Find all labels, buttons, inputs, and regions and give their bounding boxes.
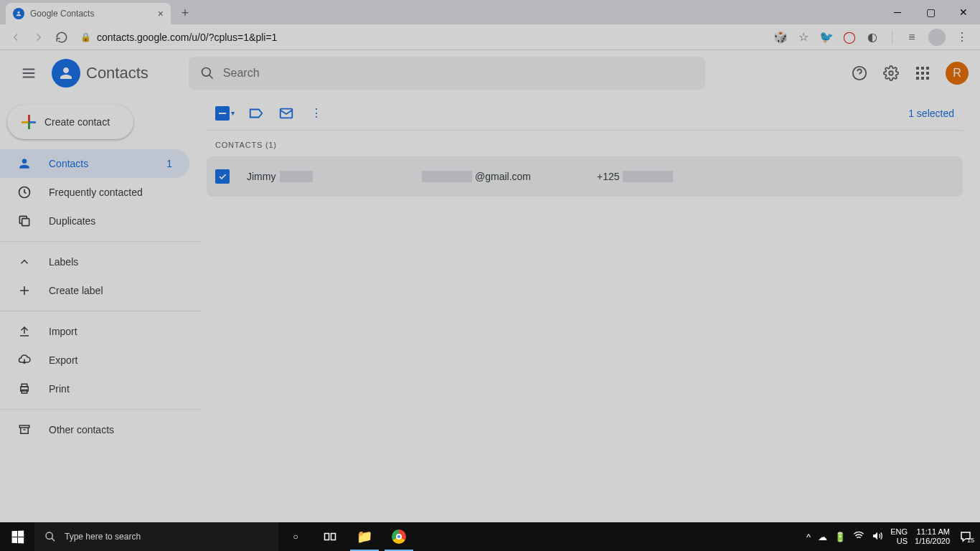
sidebar-create-label[interactable]: Create label <box>0 276 189 305</box>
sidebar-item-frequent[interactable]: Frequently contacted <box>0 178 189 207</box>
search-icon <box>200 66 215 80</box>
url-text: contacts.google.com/u/0/?cplus=1&pli=1 <box>97 32 277 43</box>
divider <box>0 241 201 242</box>
tab-title: Google Contacts <box>30 9 94 19</box>
tray-clock[interactable]: 11:11 AM1/16/2020 <box>915 527 950 546</box>
wifi-icon[interactable] <box>853 530 864 544</box>
account-avatar[interactable]: R <box>946 62 969 85</box>
cortana-button[interactable]: ○ <box>278 522 313 551</box>
file-explorer-app[interactable]: 📁 <box>347 522 382 551</box>
sidebar-item-contacts[interactable]: Contacts 1 <box>0 149 189 178</box>
new-tab-button[interactable]: + <box>175 3 195 23</box>
create-label-text: Create label <box>49 285 103 296</box>
app-body: Create contact Contacts 1 Frequently con… <box>0 96 980 522</box>
extension-icon[interactable]: ◐ <box>866 31 879 44</box>
onedrive-icon[interactable]: ☁ <box>818 532 827 542</box>
cloud-download-icon <box>17 353 32 367</box>
divider <box>892 31 892 44</box>
label-icon[interactable] <box>248 105 265 122</box>
chevron-down-icon: ▾ <box>231 109 235 117</box>
notifications-button[interactable]: 15 <box>957 528 974 545</box>
windows-logo-icon <box>11 530 24 543</box>
header-actions: R <box>851 62 969 85</box>
start-button[interactable] <box>0 522 34 551</box>
create-contact-button[interactable]: Create contact <box>7 105 133 139</box>
volume-icon[interactable] <box>872 530 883 544</box>
tray-chevron-icon[interactable]: ^ <box>806 532 811 542</box>
bookmark-star-icon[interactable]: ☆ <box>797 31 810 44</box>
tray-language[interactable]: ENGUS <box>890 527 908 546</box>
opera-icon[interactable]: ◯ <box>843 31 856 44</box>
selected-count: 1 selected <box>908 108 963 119</box>
email-icon[interactable] <box>278 105 295 122</box>
minimize-button[interactable]: ─ <box>881 0 914 24</box>
sidebar-other-contacts[interactable]: Other contacts <box>0 415 189 444</box>
svg-point-10 <box>46 532 52 539</box>
row-checkbox[interactable] <box>215 169 230 184</box>
contact-name: Jimmy <box>247 171 405 182</box>
browser-profile-avatar[interactable] <box>928 29 946 46</box>
close-button[interactable]: ✕ <box>947 0 980 24</box>
labels-text: Labels <box>49 256 78 268</box>
system-tray: ^ ☁ 🔋 ENGUS 11:11 AM1/16/2020 15 <box>806 522 980 551</box>
selection-toolbar: ▾ ⋮ 1 selected <box>207 96 963 131</box>
export-text: Export <box>49 354 77 366</box>
svg-rect-11 <box>325 534 329 540</box>
contact-row[interactable]: Jimmy @gmail.com +125 <box>207 156 963 197</box>
search-input[interactable] <box>223 67 694 80</box>
chevron-up-icon <box>17 255 32 269</box>
copy-icon <box>17 214 32 228</box>
sidebar-label: Duplicates <box>49 215 95 227</box>
sidebar: Create contact Contacts 1 Frequently con… <box>0 96 201 522</box>
sidebar-import[interactable]: Import <box>0 317 189 346</box>
settings-icon[interactable] <box>882 65 900 82</box>
svg-rect-4 <box>22 219 29 226</box>
more-icon[interactable]: ⋮ <box>308 105 325 122</box>
google-apps-icon[interactable] <box>914 65 931 82</box>
main-content: ▾ ⋮ 1 selected CONTACTS (1) Jimmy @gmail… <box>201 96 980 522</box>
contacts-section-header: CONTACTS (1) <box>207 131 963 156</box>
contact-phone: +125 <box>597 171 673 182</box>
chrome-app[interactable] <box>382 522 416 551</box>
app-logo[interactable]: Contacts <box>52 59 149 88</box>
indeterminate-checkbox-icon <box>215 106 230 121</box>
history-icon <box>17 185 32 199</box>
sidebar-labels-header[interactable]: Labels <box>0 248 189 276</box>
divider <box>0 311 201 311</box>
browser-address-bar: 🔒 contacts.google.com/u/0/?cplus=1&pli=1… <box>0 24 980 50</box>
extension-icon[interactable]: 🐦 <box>820 31 833 44</box>
maximize-button[interactable]: ▢ <box>914 0 947 24</box>
url-field[interactable]: 🔒 contacts.google.com/u/0/?cplus=1&pli=1 <box>75 32 771 43</box>
tab-close-icon[interactable]: × <box>158 8 164 19</box>
main-menu-button[interactable] <box>11 56 46 90</box>
taskbar-search[interactable]: Type here to search <box>34 522 278 551</box>
app-header: Contacts R <box>0 50 980 96</box>
search-box[interactable] <box>189 57 705 90</box>
app-title: Contacts <box>86 64 149 83</box>
select-all-dropdown[interactable]: ▾ <box>215 106 235 121</box>
forward-button[interactable] <box>29 27 49 47</box>
check-icon <box>217 171 227 182</box>
extension-icons: 🎲 ☆ 🐦 ◯ ◐ ≡ ⋮ <box>774 29 974 46</box>
browser-tab[interactable]: Google Contacts × <box>6 3 171 24</box>
battery-icon[interactable]: 🔋 <box>834 532 846 542</box>
lock-icon: 🔒 <box>80 32 91 42</box>
window-controls: ─ ▢ ✕ <box>881 0 980 24</box>
sidebar-print[interactable]: Print <box>0 375 189 403</box>
redacted <box>623 171 673 182</box>
browser-titlebar: Google Contacts × + ─ ▢ ✕ <box>0 0 980 24</box>
sidebar-item-duplicates[interactable]: Duplicates <box>0 207 189 235</box>
task-view-button[interactable] <box>313 522 347 551</box>
contact-email: @gmail.com <box>422 171 580 182</box>
contacts-logo-icon <box>52 59 80 88</box>
reading-list-icon[interactable]: ≡ <box>905 31 918 44</box>
back-button[interactable] <box>6 27 26 47</box>
other-text: Other contacts <box>49 424 114 435</box>
svg-point-0 <box>202 68 210 77</box>
extension-icon[interactable]: 🎲 <box>774 31 787 44</box>
help-icon[interactable] <box>851 65 868 82</box>
upload-icon <box>17 324 32 339</box>
sidebar-export[interactable]: Export <box>0 346 189 375</box>
browser-menu-icon[interactable]: ⋮ <box>956 31 969 44</box>
reload-button[interactable] <box>52 27 72 47</box>
